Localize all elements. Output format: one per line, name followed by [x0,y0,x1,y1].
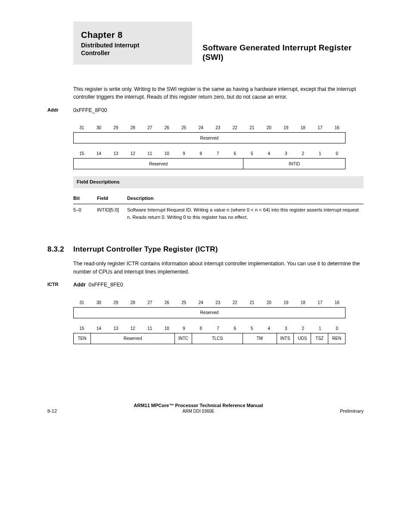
td-field: INTID[5:0] [97,206,127,221]
ictr-ren: REN [328,333,345,344]
page-header: Chapter 8 Distributed Interrupt Controll… [47,22,364,65]
chapter-line-1: Chapter 8 [81,30,192,40]
chapter-box: Chapter 8 Distributed Interrupt Controll… [73,22,192,65]
ictr-tsz: TSZ [311,333,328,344]
swi-hi-reserved: Reserved [74,133,345,143]
swi-address: 0xFFFE_8F00 [73,107,107,113]
bits-row-high-2: 31 30 29 28 27 26 25 24 23 22 21 20 19 1… [73,299,346,307]
section-number: 8.3.2 [47,244,73,255]
section-title: Interrupt Controller Type Register (ICTR… [73,245,218,253]
ictr-intc: INTC [174,333,192,344]
ictr-paragraph: The read-only register ICTR contains inf… [73,260,364,276]
th-desc: Description [127,195,364,202]
th-field: Field [97,195,127,202]
page-footer: 8-12 ARM11 MPCore™ Processor Technical R… [0,403,411,414]
ictr-uds: UDS [293,333,311,344]
footer-doc-id: ARM DDI 0360E [57,409,340,414]
bits-row-low-2: 15 14 13 12 11 10 9 8 7 6 5 4 3 2 1 0 [73,325,346,333]
swi-field-table: Bit Field Description 5–0 INTID[5:0] Sof… [73,193,364,223]
footer-doc-title: ARM11 MPCore™ Processor Technical Refere… [57,403,340,408]
th-bit: Bit [73,195,97,202]
ictr-tm: TM [243,333,277,344]
bits-row-low: 15 14 13 12 11 10 9 8 7 6 5 4 3 2 1 0 [73,150,346,158]
swi-lo-intid: INTID [243,159,345,169]
footer-page-number: 8-12 [47,408,57,414]
section-heading: 8.3.2Interrupt Controller Type Register … [73,244,364,255]
footer-status: Preliminary [340,408,364,414]
bits-row-high: 31 30 29 28 27 26 25 24 23 22 21 20 19 1… [73,124,346,132]
table-row: 5–0 INTID[5:0] Software Interrupt Reques… [73,204,364,223]
addr-label-2: Addr [73,282,86,288]
ictr-reserved: Reserved [90,333,174,344]
swi-lo-reserved: Reserved [74,159,243,169]
table-head: Bit Field Description [73,193,364,205]
ictr-gutter-label: ICTR [47,281,73,288]
page-title: Software Generated Interrupt Register (S… [192,43,364,65]
chapter-line-2: Distributed Interrupt [81,42,192,49]
ictr-hi-reserved: Reserved [74,308,345,318]
ictr-cells-high: Reserved [73,307,346,318]
addr-label: Addr [47,106,73,114]
swi-cells-high: Reserved [73,132,346,143]
ictr-cells-low: TEN Reserved INTC TLCS TM INTS UDS TSZ R… [73,333,346,344]
chapter-line-3: Controller [81,50,192,56]
ictr-ten: TEN [74,333,90,344]
swi-bit-diagram: 31 30 29 28 27 26 25 24 23 22 21 20 19 1… [73,124,364,169]
ictr-ints: INTS [277,333,294,344]
intro-paragraph: This register is write only. Writing to … [73,85,364,101]
ictr-address: 0xFFFE_8FE0 [89,282,123,288]
ictr-bit-diagram: 31 30 29 28 27 26 25 24 23 22 21 20 19 1… [73,299,364,344]
td-desc: Software Interrupt Request ID. Writing a… [127,206,364,221]
td-bit: 5–0 [73,206,97,221]
swi-cells-low: Reserved INTID [73,158,346,169]
field-table-title: Field Descriptions [73,176,364,188]
ictr-tlcs: TLCS [192,333,243,344]
